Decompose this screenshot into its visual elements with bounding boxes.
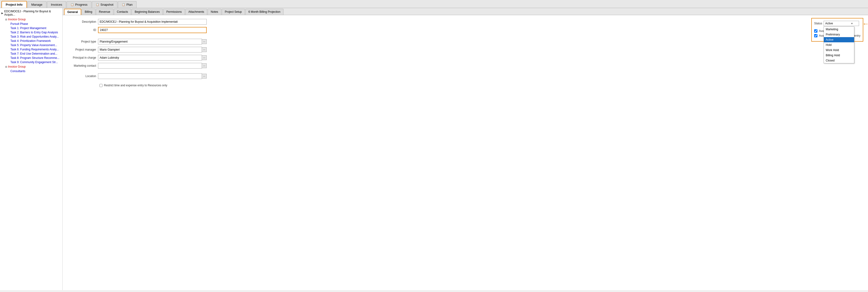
plan-icon: 📋 (122, 3, 125, 6)
top-tab-label-manage: Manage (31, 3, 42, 6)
sidebar-project-row: ▶ EDC/MOCEJ - Planning for Buyout & Acqu… (0, 9, 62, 17)
description-row: Description (67, 19, 863, 25)
top-tab-label-plan: Plan (126, 3, 132, 6)
marketing-contact-field: ··· (98, 63, 207, 68)
form-area: Description ID Project type ··· Project … (63, 15, 868, 290)
sub-tab-general[interactable]: General (64, 9, 81, 15)
top-tab-bar: Project InfoManageInvoices📋Progress📋Snap… (0, 0, 868, 8)
id-label: ID (67, 28, 98, 32)
location-label: Location (67, 75, 98, 78)
status-select-display[interactable]: Active ▼ (824, 21, 859, 26)
sidebar-item-0-2[interactable]: Task 2: Barriers to Entry Gap Analysis (4, 30, 62, 34)
status-dropdown: MarketingPreliminaryActiveHoldWork HoldB… (824, 27, 854, 63)
sidebar-group-header-0[interactable]: ⊟Invoice Group (4, 17, 62, 22)
project-type-row: Project type ··· (67, 39, 863, 45)
checkbox1[interactable] (814, 29, 817, 33)
sidebar-item-0-1[interactable]: Task 1: Project Management (4, 26, 62, 30)
sidebar-item-0-6[interactable]: Task 6: Funding Requirements Analy... (4, 47, 62, 52)
top-tab-manage[interactable]: Manage (27, 1, 46, 8)
status-row: Status Active ▼ MarketingPreliminaryActi… (814, 21, 861, 26)
top-tab-project-info[interactable]: Project Info (1, 1, 27, 8)
principal-in-charge-field: ··· (98, 55, 207, 61)
sidebar-group-label-1: Invoice Group (8, 65, 26, 68)
id-row: ID (67, 27, 863, 33)
status-option-active[interactable]: Active (824, 37, 854, 42)
status-select-container: Active ▼ MarketingPreliminaryActiveHoldW… (824, 21, 859, 26)
status-label: Status (814, 22, 822, 25)
marketing-contact-input[interactable] (98, 63, 202, 68)
arrow-indicator-icon: ← (862, 20, 868, 28)
project-type-field: ··· (98, 39, 207, 45)
location-browse-button[interactable]: ··· (202, 74, 207, 79)
status-option-hold[interactable]: Hold (824, 42, 854, 48)
project-manager-label: Project manager (67, 48, 98, 51)
description-label: Description (67, 20, 98, 23)
top-tab-label-snapshot: Snapshot (100, 3, 113, 6)
sidebar-item-0-5[interactable]: Task 5: Property Value Assessment... (4, 43, 62, 47)
sub-tab-project-setup[interactable]: Project Setup (222, 9, 245, 15)
project-manager-row: Project manager ··· (67, 47, 863, 53)
top-tab-label-invoices: Invoices (51, 3, 62, 6)
dropdown-arrow-icon: ▼ (851, 22, 853, 25)
sidebar-content: ⊟Invoice GroupPursuit PhaseTask 1: Proje… (0, 17, 62, 73)
sidebar-group-label-0: Invoice Group (8, 18, 26, 21)
sub-tab-revenue[interactable]: Revenue (96, 9, 113, 15)
status-panel: Status Active ▼ MarketingPreliminaryActi… (811, 18, 863, 41)
status-option-work-hold[interactable]: Work Hold (824, 48, 854, 53)
sub-tab-bar: GeneralBillingRevenueContactsBeginning B… (63, 8, 868, 15)
sub-tab-billing[interactable]: Billing (82, 9, 95, 15)
checkbox1-label: Ava (819, 29, 824, 33)
checkbox2[interactable] (814, 34, 817, 37)
principal-in-charge-browse-button[interactable]: ··· (202, 55, 207, 60)
snapshot-icon: 📋 (96, 3, 99, 6)
sidebar-group-0: ⊟Invoice GroupPursuit PhaseTask 1: Proje… (0, 17, 62, 64)
marketing-contact-browse-button[interactable]: ··· (202, 63, 207, 68)
top-tab-progress[interactable]: 📋Progress (67, 1, 91, 8)
sidebar-item-1-0[interactable]: Consultants (4, 69, 62, 73)
sidebar: ▶ EDC/MOCEJ - Planning for Buyout & Acqu… (0, 8, 63, 290)
marketing-contact-label: Marketing contact (67, 64, 98, 67)
project-type-browse-button[interactable]: ··· (202, 39, 207, 44)
top-tab-invoices[interactable]: Invoices (47, 1, 66, 8)
sidebar-project-label: EDC/MOCEJ - Planning for Buyout & Acquis… (4, 10, 61, 16)
project-manager-input[interactable] (98, 47, 202, 53)
restrict-row: Restrict time and expense entry to Resou… (67, 84, 863, 87)
sidebar-item-0-0[interactable]: Pursuit Phase (4, 22, 62, 26)
sidebar-item-0-4[interactable]: Task 4: Prioritization Framework (4, 39, 62, 43)
status-option-closed[interactable]: Closed (824, 58, 854, 63)
sidebar-group-header-1[interactable]: ⊟Invoice Group (4, 64, 62, 69)
sub-tab-attachments[interactable]: Attachments (185, 9, 207, 15)
project-manager-browse-button[interactable]: ··· (202, 47, 207, 52)
sidebar-item-0-7[interactable]: Task 7: End Use Determination and... (4, 52, 62, 56)
main-layout: ▶ EDC/MOCEJ - Planning for Buyout & Acqu… (0, 8, 868, 290)
sub-tab-notes[interactable]: Notes (208, 9, 221, 15)
top-tab-snapshot[interactable]: 📋Snapshot (92, 1, 117, 8)
sidebar-item-0-9[interactable]: Task 9: Community Engagement Str... (4, 60, 62, 64)
sidebar-item-0-3[interactable]: Task 3: Risk and Opportunities Analy... (4, 34, 62, 39)
marketing-contact-row: Marketing contact ··· (67, 63, 863, 68)
principal-in-charge-input[interactable] (98, 55, 202, 61)
principal-in-charge-row: Principal in charge ··· (67, 55, 863, 61)
collapse-icon-0: ⊟ (5, 18, 7, 21)
location-field: ··· (98, 73, 207, 79)
sub-tab-beginning-balances[interactable]: Beginning Balances (131, 9, 163, 15)
sub-tab-6month-billing[interactable]: 6 Month Billing Projection (245, 9, 283, 15)
sidebar-item-0-8[interactable]: Task 8: Program Structure Recomme... (4, 56, 62, 60)
sidebar-expand-arrow[interactable]: ▶ (1, 12, 3, 14)
status-option-billing-hold[interactable]: Billing Hold (824, 53, 854, 58)
id-input[interactable] (98, 27, 207, 33)
restrict-label: Restrict time and expense entry to Resou… (104, 84, 169, 87)
location-row: Location ··· (67, 73, 863, 79)
restrict-checkbox[interactable] (99, 84, 102, 87)
top-tab-label-project-info: Project Info (6, 3, 23, 6)
status-option-marketing[interactable]: Marketing (824, 27, 854, 32)
location-input[interactable] (98, 73, 202, 79)
top-tab-plan[interactable]: 📋Plan (118, 1, 136, 8)
status-option-preliminary[interactable]: Preliminary (824, 32, 854, 37)
principal-in-charge-label: Principal in charge (67, 56, 98, 59)
project-type-input[interactable] (98, 39, 202, 45)
project-manager-field: ··· (98, 47, 207, 53)
description-input[interactable] (98, 19, 207, 25)
sub-tab-permissions[interactable]: Permissions (163, 9, 185, 15)
sub-tab-contacts[interactable]: Contacts (114, 9, 131, 15)
